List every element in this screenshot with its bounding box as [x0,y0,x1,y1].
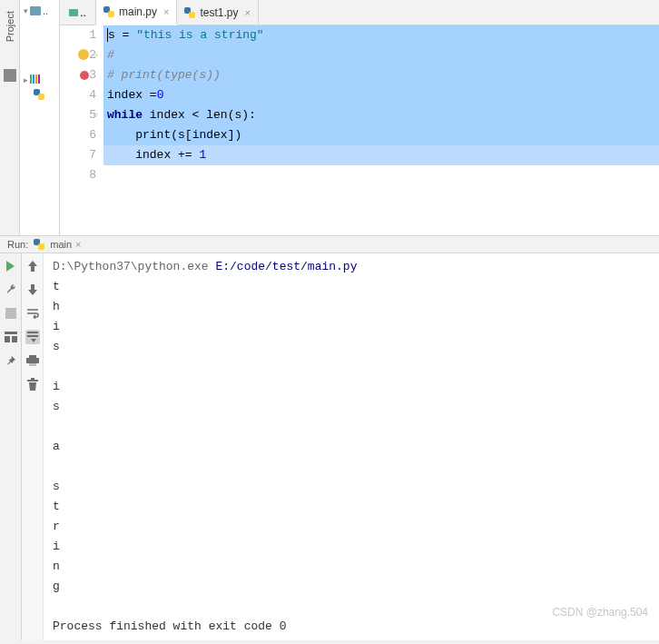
print-icon [26,355,39,366]
tree-node[interactable]: ▾ .. [20,4,59,18]
code-line[interactable]: # print(type(s)) [103,65,659,85]
stop-button[interactable] [4,306,18,321]
python-file-icon [184,7,195,18]
code-line[interactable]: while index < len(s): [103,105,659,125]
wrench-button[interactable] [4,282,18,297]
code-line[interactable]: print(s[index]) [103,125,659,145]
tree-ellipsis: .. [43,5,48,16]
code-lines[interactable]: s = "this is a string"## print(type(s))i… [103,25,659,235]
project-collapsed-icon [4,69,16,82]
python-file-icon [103,6,114,17]
layout-button[interactable] [4,330,18,344]
svg-rect-7 [26,358,39,363]
arrow-up-icon [28,261,37,272]
folder-icon [30,6,41,15]
close-icon[interactable]: × [245,7,251,18]
console-output[interactable]: D:\Python37\python.exe E:/code/test/main… [44,253,659,640]
scroll-end-icon [27,332,38,342]
svg-rect-1 [5,332,17,334]
code-line[interactable]: index += 1 [103,145,659,165]
project-tree[interactable]: ▾ .. ▸ [20,0,60,235]
tab-label: test1.py [200,6,238,19]
print-button[interactable] [25,353,40,368]
run-toolbar-left [0,253,22,640]
pin-button[interactable] [4,353,18,368]
intention-bulb-icon[interactable] [78,49,89,60]
stub-icon [69,9,78,16]
svg-rect-8 [29,363,36,366]
watermark: CSDN @zhang.504 [552,606,648,619]
console-stdout: t h i s i s a s t r i n g [53,277,650,597]
arrow-down-icon [28,284,37,295]
down-button[interactable] [25,282,40,297]
run-config-name[interactable]: main [50,239,72,250]
svg-rect-0 [5,308,16,319]
svg-rect-10 [31,378,34,380]
editor-tab-bar: .. main.py × test1.py × [60,0,659,25]
svg-rect-9 [27,380,38,381]
run-toolbar-right [22,253,44,640]
svg-rect-2 [5,336,10,342]
code-line[interactable]: # [103,45,659,65]
chevron-right-icon[interactable]: ▸ [24,75,28,84]
python-file-icon [34,89,44,100]
soft-wrap-button[interactable] [25,306,40,321]
code-line[interactable]: index =0 [103,85,659,105]
svg-rect-3 [12,336,17,342]
svg-rect-4 [27,332,38,333]
stop-icon [5,308,16,319]
tab-label: main.py [119,5,157,18]
code-line[interactable]: s = "this is a string" [103,25,659,45]
tree-node[interactable] [20,87,59,102]
tab-ellipsis: .. [80,6,86,19]
run-label: Run: [7,239,28,250]
breakpoint-icon[interactable] [80,71,89,80]
trash-icon [27,378,38,391]
play-icon [6,261,15,272]
code-editor[interactable]: 12⊖345⊖678 s = "this is a string"## prin… [60,25,659,235]
layout-icon [5,332,17,342]
svg-rect-6 [29,355,36,358]
soft-wrap-icon [26,308,39,319]
wrench-icon [5,283,17,296]
bars-icon [30,74,41,85]
tab-main-py[interactable]: main.py × [96,0,177,25]
fold-icon[interactable]: ⊖ [93,105,98,125]
project-tool-label[interactable]: Project [5,11,15,42]
close-icon[interactable]: × [75,239,81,250]
close-icon[interactable]: × [163,6,169,17]
tab-stub[interactable]: .. [60,0,96,25]
fold-icon[interactable]: ⊖ [93,45,98,65]
up-button[interactable] [25,259,40,273]
pin-icon [5,355,16,366]
tab-test1-py[interactable]: test1.py × [177,0,258,25]
run-panel: Run: main × D:\Python37\python.exe E:/co… [0,236,659,640]
editor: .. main.py × test1.py × 12⊖345⊖678 s = "… [60,0,659,235]
gutter[interactable]: 12⊖345⊖678 [60,25,103,235]
scroll-to-end-button[interactable] [25,330,40,344]
trash-button[interactable] [25,377,40,391]
run-button[interactable] [4,259,18,273]
python-file-icon [34,239,44,250]
run-header: Run: main × [0,236,659,253]
tree-node[interactable]: ▸ [20,73,59,87]
console-command: D:\Python37\python.exe E:/code/test/main… [53,257,650,277]
svg-rect-5 [27,335,38,337]
project-tool-sidebar[interactable]: Project [0,0,20,235]
code-line[interactable] [103,165,659,185]
chevron-down-icon[interactable]: ▾ [24,6,28,15]
console-exit-line: Process finished with exit code 0 [53,617,650,637]
